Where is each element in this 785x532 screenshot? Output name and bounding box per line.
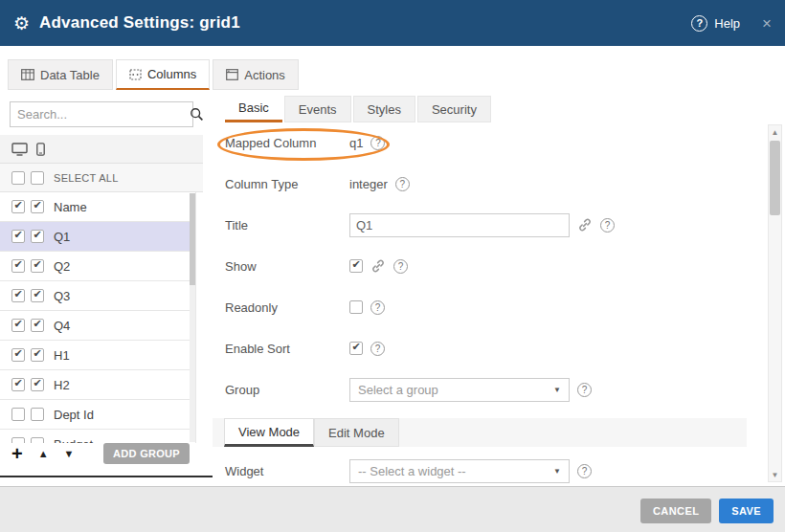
mobile-visibility-checkbox[interactable] <box>31 200 44 213</box>
column-row[interactable]: Q3 <box>0 281 195 311</box>
column-list: Name Q1 Q2 Q3 Q4 H1 H2 Dept Id Budget <box>0 192 196 443</box>
search-icon[interactable] <box>190 107 210 122</box>
tab-actions[interactable]: Actions <box>213 59 299 90</box>
desktop-visibility-checkbox[interactable] <box>11 259 25 273</box>
help-icon[interactable]: ? <box>691 15 707 32</box>
basic-settings-form: Mapped Column q1 ? Column Type integer ?… <box>213 122 785 483</box>
group-label: Group <box>225 383 349 397</box>
header-right: ? Help × <box>691 15 772 32</box>
desktop-visibility-checkbox[interactable] <box>11 289 25 302</box>
column-row[interactable]: Name <box>0 192 195 222</box>
scrollbar-thumb[interactable] <box>770 141 780 215</box>
widget-select[interactable]: -- Select a widget -- ▼ <box>349 459 570 483</box>
add-group-button[interactable]: ADD GROUP <box>103 443 190 464</box>
desktop-visibility-checkbox[interactable] <box>11 319 25 332</box>
search-input[interactable] <box>11 102 190 126</box>
enable-sort-label: Enable Sort <box>225 342 349 356</box>
move-up-button[interactable]: ▲ <box>38 448 49 459</box>
scrollbar-thumb[interactable] <box>190 193 195 285</box>
mobile-visibility-checkbox[interactable] <box>31 259 44 273</box>
screen: CANCEL SAVE ⚙ Advanced Settings: grid1 ?… <box>0 0 785 532</box>
help-link[interactable]: Help <box>714 16 740 31</box>
group-select-value: Select a group <box>358 383 438 397</box>
widget-help-icon[interactable]: ? <box>577 464 592 478</box>
desktop-visibility-checkbox[interactable] <box>11 348 25 362</box>
desktop-visibility-checkbox[interactable] <box>11 408 25 421</box>
tab-label: Data Table <box>40 68 100 82</box>
column-row[interactable]: Budget <box>0 430 195 443</box>
column-row-label: Q4 <box>54 319 70 333</box>
column-list-scrollbar <box>190 193 195 442</box>
gear-icon: ⚙ <box>13 14 30 33</box>
link-binding-icon[interactable] <box>577 217 593 233</box>
desktop-visibility-checkbox[interactable] <box>11 230 25 243</box>
save-button[interactable]: SAVE <box>719 499 774 523</box>
column-row-label: H2 <box>54 378 70 392</box>
link-binding-icon[interactable] <box>370 258 386 274</box>
select-all-desktop-checkbox[interactable] <box>11 171 25 185</box>
tab-label: Edit Mode <box>328 426 385 440</box>
group-select[interactable]: Select a group ▼ <box>349 378 570 402</box>
column-row-label: Q1 <box>54 230 70 244</box>
move-down-button[interactable]: ▼ <box>64 448 75 459</box>
desktop-icon[interactable] <box>11 143 28 156</box>
title-input[interactable] <box>349 213 570 237</box>
show-row: Show ? <box>225 254 768 278</box>
mobile-visibility-checkbox[interactable] <box>31 408 44 421</box>
select-all-mobile-checkbox[interactable] <box>31 171 44 185</box>
close-icon[interactable]: × <box>762 15 772 32</box>
scroll-up-icon[interactable]: ▲ <box>769 125 781 139</box>
column-row[interactable]: Q2 <box>0 252 195 281</box>
column-row[interactable]: H1 <box>0 341 195 370</box>
group-help-icon[interactable]: ? <box>577 383 592 397</box>
mobile-visibility-checkbox[interactable] <box>31 378 44 391</box>
tab-edit-mode[interactable]: Edit Mode <box>314 418 399 447</box>
column-row[interactable]: H2 <box>0 370 195 400</box>
desktop-visibility-checkbox[interactable] <box>11 378 25 391</box>
chevron-down-icon: ▼ <box>553 386 561 394</box>
mobile-visibility-checkbox[interactable] <box>31 289 44 302</box>
show-checkbox[interactable] <box>349 259 363 273</box>
tab-view-mode[interactable]: View Mode <box>224 418 314 447</box>
data-table-icon <box>21 69 34 80</box>
tab-label: Styles <box>368 102 401 117</box>
tab-data-table[interactable]: Data Table <box>8 59 113 90</box>
mobile-icon[interactable] <box>36 143 45 156</box>
scroll-down-icon[interactable]: ▼ <box>769 468 781 481</box>
tab-basic[interactable]: Basic <box>225 96 282 122</box>
mapped-column-help-icon[interactable]: ? <box>370 136 385 150</box>
title-help-icon[interactable]: ? <box>600 218 615 233</box>
mobile-visibility-checkbox[interactable] <box>31 348 44 362</box>
show-help-icon[interactable]: ? <box>393 259 408 274</box>
add-column-button[interactable]: + <box>11 444 23 463</box>
tab-events[interactable]: Events <box>284 96 351 122</box>
show-label: Show <box>225 259 349 274</box>
tab-columns[interactable]: Columns <box>116 59 210 90</box>
main-tabbar: Data Table Columns Actions <box>0 46 785 90</box>
enable-sort-help-icon[interactable]: ? <box>370 342 385 356</box>
column-row[interactable]: Dept Id <box>0 400 195 430</box>
column-row[interactable]: Q4 <box>0 311 195 341</box>
mobile-visibility-checkbox[interactable] <box>31 319 44 332</box>
column-row[interactable]: Q1 <box>0 222 195 252</box>
desktop-visibility-checkbox[interactable] <box>11 200 25 213</box>
column-type-row: Column Type integer ? <box>225 171 768 196</box>
readonly-help-icon[interactable]: ? <box>370 300 385 315</box>
dialog-footer: CANCEL SAVE <box>0 486 785 532</box>
column-type-help-icon[interactable]: ? <box>395 177 410 191</box>
tab-styles[interactable]: Styles <box>353 96 415 122</box>
device-visibility-header <box>0 135 203 164</box>
enable-sort-row: Enable Sort ? <box>225 336 768 361</box>
enable-sort-checkbox[interactable] <box>349 342 363 355</box>
tab-security[interactable]: Security <box>417 96 491 122</box>
cancel-button[interactable]: CANCEL <box>640 499 711 523</box>
tab-label: View Mode <box>238 425 300 439</box>
select-all-row[interactable]: SELECT ALL <box>0 164 203 192</box>
group-row: Group Select a group ▼ ? <box>225 377 768 402</box>
column-type-value: integer <box>349 177 388 191</box>
readonly-checkbox[interactable] <box>349 300 363 314</box>
tab-label: Actions <box>244 68 285 82</box>
dialog-header: ⚙ Advanced Settings: grid1 ? Help × <box>0 0 785 46</box>
actions-icon <box>226 69 238 80</box>
mobile-visibility-checkbox[interactable] <box>31 230 44 243</box>
